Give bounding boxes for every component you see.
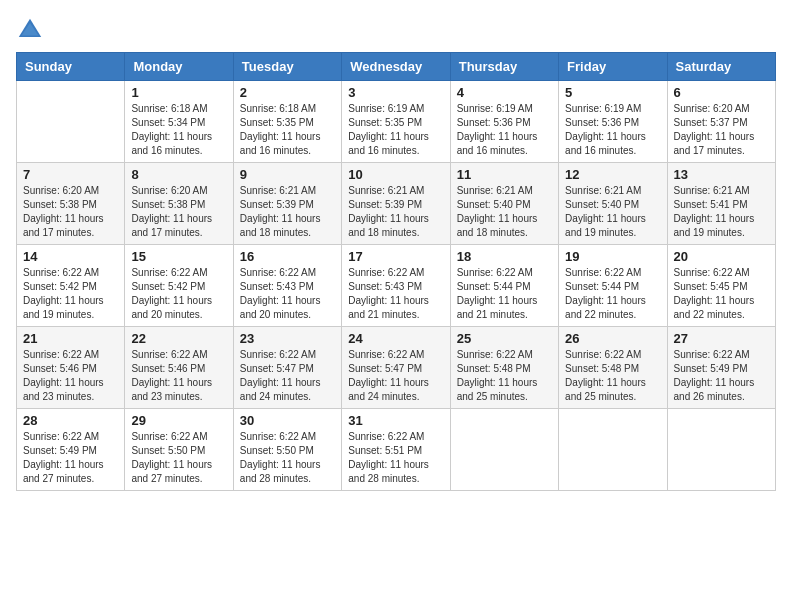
day-info: Sunrise: 6:22 AM Sunset: 5:42 PM Dayligh… [23, 266, 118, 322]
day-number: 4 [457, 85, 552, 100]
calendar-cell: 3Sunrise: 6:19 AM Sunset: 5:35 PM Daylig… [342, 81, 450, 163]
weekday-header-thursday: Thursday [450, 53, 558, 81]
day-number: 31 [348, 413, 443, 428]
day-info: Sunrise: 6:22 AM Sunset: 5:43 PM Dayligh… [348, 266, 443, 322]
calendar-cell: 24Sunrise: 6:22 AM Sunset: 5:47 PM Dayli… [342, 327, 450, 409]
calendar-cell: 23Sunrise: 6:22 AM Sunset: 5:47 PM Dayli… [233, 327, 341, 409]
calendar-cell: 11Sunrise: 6:21 AM Sunset: 5:40 PM Dayli… [450, 163, 558, 245]
day-number: 19 [565, 249, 660, 264]
day-number: 29 [131, 413, 226, 428]
day-number: 16 [240, 249, 335, 264]
day-info: Sunrise: 6:19 AM Sunset: 5:36 PM Dayligh… [457, 102, 552, 158]
weekday-header-sunday: Sunday [17, 53, 125, 81]
calendar-cell: 31Sunrise: 6:22 AM Sunset: 5:51 PM Dayli… [342, 409, 450, 491]
day-number: 7 [23, 167, 118, 182]
day-info: Sunrise: 6:22 AM Sunset: 5:50 PM Dayligh… [240, 430, 335, 486]
calendar-cell: 4Sunrise: 6:19 AM Sunset: 5:36 PM Daylig… [450, 81, 558, 163]
day-info: Sunrise: 6:22 AM Sunset: 5:45 PM Dayligh… [674, 266, 769, 322]
calendar-cell: 27Sunrise: 6:22 AM Sunset: 5:49 PM Dayli… [667, 327, 775, 409]
calendar-cell: 1Sunrise: 6:18 AM Sunset: 5:34 PM Daylig… [125, 81, 233, 163]
calendar-cell [559, 409, 667, 491]
day-info: Sunrise: 6:22 AM Sunset: 5:49 PM Dayligh… [23, 430, 118, 486]
calendar-cell: 13Sunrise: 6:21 AM Sunset: 5:41 PM Dayli… [667, 163, 775, 245]
calendar-cell: 16Sunrise: 6:22 AM Sunset: 5:43 PM Dayli… [233, 245, 341, 327]
calendar-cell: 5Sunrise: 6:19 AM Sunset: 5:36 PM Daylig… [559, 81, 667, 163]
day-number: 24 [348, 331, 443, 346]
day-info: Sunrise: 6:22 AM Sunset: 5:43 PM Dayligh… [240, 266, 335, 322]
day-number: 28 [23, 413, 118, 428]
day-info: Sunrise: 6:21 AM Sunset: 5:40 PM Dayligh… [457, 184, 552, 240]
day-number: 20 [674, 249, 769, 264]
calendar-cell: 18Sunrise: 6:22 AM Sunset: 5:44 PM Dayli… [450, 245, 558, 327]
week-row-5: 28Sunrise: 6:22 AM Sunset: 5:49 PM Dayli… [17, 409, 776, 491]
weekday-header-tuesday: Tuesday [233, 53, 341, 81]
day-number: 18 [457, 249, 552, 264]
day-info: Sunrise: 6:22 AM Sunset: 5:46 PM Dayligh… [23, 348, 118, 404]
calendar-cell: 28Sunrise: 6:22 AM Sunset: 5:49 PM Dayli… [17, 409, 125, 491]
day-number: 30 [240, 413, 335, 428]
day-number: 5 [565, 85, 660, 100]
day-number: 25 [457, 331, 552, 346]
calendar-cell: 26Sunrise: 6:22 AM Sunset: 5:48 PM Dayli… [559, 327, 667, 409]
calendar-cell: 19Sunrise: 6:22 AM Sunset: 5:44 PM Dayli… [559, 245, 667, 327]
calendar-cell [450, 409, 558, 491]
calendar-cell [667, 409, 775, 491]
day-info: Sunrise: 6:20 AM Sunset: 5:38 PM Dayligh… [23, 184, 118, 240]
calendar-table: SundayMondayTuesdayWednesdayThursdayFrid… [16, 52, 776, 491]
day-number: 22 [131, 331, 226, 346]
calendar-cell: 22Sunrise: 6:22 AM Sunset: 5:46 PM Dayli… [125, 327, 233, 409]
day-info: Sunrise: 6:20 AM Sunset: 5:38 PM Dayligh… [131, 184, 226, 240]
logo-icon [16, 16, 44, 44]
page-header [16, 16, 776, 44]
day-info: Sunrise: 6:22 AM Sunset: 5:44 PM Dayligh… [565, 266, 660, 322]
week-row-2: 7Sunrise: 6:20 AM Sunset: 5:38 PM Daylig… [17, 163, 776, 245]
weekday-header-friday: Friday [559, 53, 667, 81]
weekday-header-saturday: Saturday [667, 53, 775, 81]
day-info: Sunrise: 6:19 AM Sunset: 5:36 PM Dayligh… [565, 102, 660, 158]
week-row-4: 21Sunrise: 6:22 AM Sunset: 5:46 PM Dayli… [17, 327, 776, 409]
calendar-cell: 21Sunrise: 6:22 AM Sunset: 5:46 PM Dayli… [17, 327, 125, 409]
calendar-cell: 7Sunrise: 6:20 AM Sunset: 5:38 PM Daylig… [17, 163, 125, 245]
day-number: 1 [131, 85, 226, 100]
calendar-cell: 8Sunrise: 6:20 AM Sunset: 5:38 PM Daylig… [125, 163, 233, 245]
weekday-header-row: SundayMondayTuesdayWednesdayThursdayFrid… [17, 53, 776, 81]
day-number: 9 [240, 167, 335, 182]
day-number: 8 [131, 167, 226, 182]
day-info: Sunrise: 6:19 AM Sunset: 5:35 PM Dayligh… [348, 102, 443, 158]
day-info: Sunrise: 6:22 AM Sunset: 5:47 PM Dayligh… [348, 348, 443, 404]
day-number: 23 [240, 331, 335, 346]
day-info: Sunrise: 6:21 AM Sunset: 5:40 PM Dayligh… [565, 184, 660, 240]
calendar-cell: 20Sunrise: 6:22 AM Sunset: 5:45 PM Dayli… [667, 245, 775, 327]
calendar-cell: 2Sunrise: 6:18 AM Sunset: 5:35 PM Daylig… [233, 81, 341, 163]
day-number: 10 [348, 167, 443, 182]
calendar-cell: 10Sunrise: 6:21 AM Sunset: 5:39 PM Dayli… [342, 163, 450, 245]
day-info: Sunrise: 6:21 AM Sunset: 5:41 PM Dayligh… [674, 184, 769, 240]
day-number: 17 [348, 249, 443, 264]
calendar-cell: 29Sunrise: 6:22 AM Sunset: 5:50 PM Dayli… [125, 409, 233, 491]
day-info: Sunrise: 6:22 AM Sunset: 5:44 PM Dayligh… [457, 266, 552, 322]
day-info: Sunrise: 6:22 AM Sunset: 5:46 PM Dayligh… [131, 348, 226, 404]
day-number: 13 [674, 167, 769, 182]
day-number: 15 [131, 249, 226, 264]
calendar-cell: 14Sunrise: 6:22 AM Sunset: 5:42 PM Dayli… [17, 245, 125, 327]
week-row-1: 1Sunrise: 6:18 AM Sunset: 5:34 PM Daylig… [17, 81, 776, 163]
day-info: Sunrise: 6:18 AM Sunset: 5:34 PM Dayligh… [131, 102, 226, 158]
day-number: 14 [23, 249, 118, 264]
day-number: 11 [457, 167, 552, 182]
calendar-cell: 17Sunrise: 6:22 AM Sunset: 5:43 PM Dayli… [342, 245, 450, 327]
day-info: Sunrise: 6:22 AM Sunset: 5:48 PM Dayligh… [565, 348, 660, 404]
weekday-header-wednesday: Wednesday [342, 53, 450, 81]
day-number: 12 [565, 167, 660, 182]
calendar-cell: 15Sunrise: 6:22 AM Sunset: 5:42 PM Dayli… [125, 245, 233, 327]
day-info: Sunrise: 6:21 AM Sunset: 5:39 PM Dayligh… [348, 184, 443, 240]
day-number: 6 [674, 85, 769, 100]
calendar-cell: 25Sunrise: 6:22 AM Sunset: 5:48 PM Dayli… [450, 327, 558, 409]
calendar-cell: 12Sunrise: 6:21 AM Sunset: 5:40 PM Dayli… [559, 163, 667, 245]
day-info: Sunrise: 6:22 AM Sunset: 5:50 PM Dayligh… [131, 430, 226, 486]
week-row-3: 14Sunrise: 6:22 AM Sunset: 5:42 PM Dayli… [17, 245, 776, 327]
day-info: Sunrise: 6:22 AM Sunset: 5:48 PM Dayligh… [457, 348, 552, 404]
weekday-header-monday: Monday [125, 53, 233, 81]
calendar-cell: 6Sunrise: 6:20 AM Sunset: 5:37 PM Daylig… [667, 81, 775, 163]
logo [16, 16, 48, 44]
day-number: 27 [674, 331, 769, 346]
